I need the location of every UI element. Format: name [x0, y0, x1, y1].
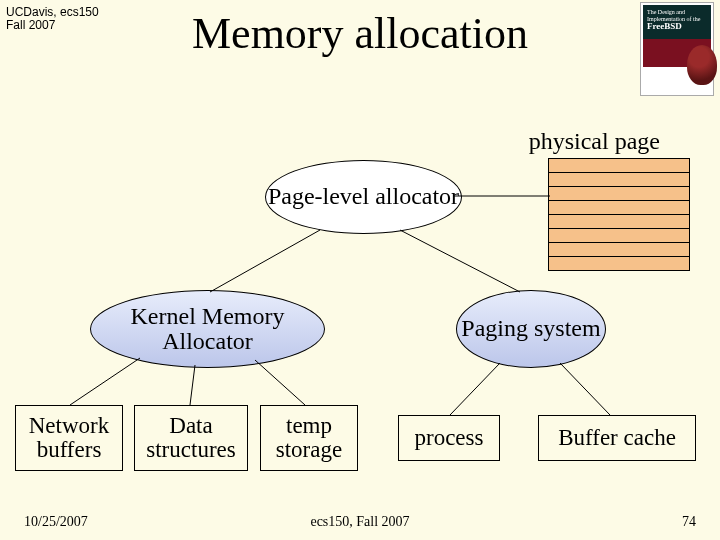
page-row	[549, 173, 689, 187]
book-cover-thumbnail: The Design and Implementation of the Fre…	[640, 2, 714, 96]
page-row	[549, 215, 689, 229]
node-label: Paging system	[461, 316, 600, 341]
node-kernel-memory-allocator: Kernel Memory Allocator	[90, 290, 325, 368]
page-row	[549, 243, 689, 257]
node-page-level-allocator: Page-level allocator	[265, 160, 462, 234]
svg-line-4	[190, 365, 195, 405]
page-row	[549, 201, 689, 215]
node-paging-system: Paging system	[456, 290, 606, 368]
page-row	[549, 159, 689, 173]
svg-line-6	[450, 363, 500, 415]
leaf-label: process	[415, 426, 484, 450]
leaf-buffer-cache: Buffer cache	[538, 415, 696, 461]
footer-course-term: ecs150, Fall 2007	[0, 514, 720, 530]
page-row	[549, 257, 689, 270]
svg-line-7	[560, 363, 610, 415]
book-title: FreeBSD	[647, 21, 682, 31]
page-row	[549, 229, 689, 243]
leaf-label: Network buffers	[16, 414, 122, 462]
svg-line-2	[400, 230, 520, 292]
physical-page-label: physical page	[529, 128, 660, 155]
svg-line-1	[210, 230, 320, 292]
svg-line-3	[70, 358, 140, 405]
physical-pages-diagram	[548, 158, 690, 271]
leaf-data-structures: Data structures	[134, 405, 248, 471]
node-label: Page-level allocator	[268, 184, 459, 209]
leaf-label: Buffer cache	[558, 426, 676, 450]
leaf-label: temp storage	[261, 414, 357, 462]
node-label: Kernel Memory Allocator	[91, 304, 324, 354]
footer-page-number: 74	[682, 514, 696, 530]
leaf-temp-storage: temp storage	[260, 405, 358, 471]
leaf-process: process	[398, 415, 500, 461]
leaf-label: Data structures	[135, 414, 247, 462]
page-title: Memory allocation	[0, 8, 720, 59]
leaf-network-buffers: Network buffers	[15, 405, 123, 471]
svg-line-5	[255, 360, 305, 405]
page-row	[549, 187, 689, 201]
